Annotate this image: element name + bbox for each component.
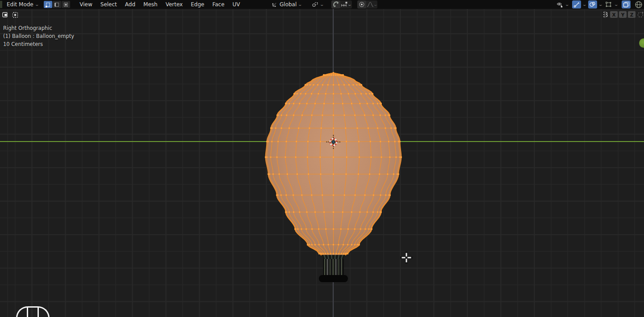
axis-x-button[interactable]: X <box>610 11 618 18</box>
chevron-down-icon: ⌄ <box>298 3 303 7</box>
layered-squares-icon <box>2 12 9 18</box>
snap-settings-dropdown[interactable]: ⌄ <box>340 0 352 8</box>
overlays-settings-dropdown[interactable]: ⌄ <box>598 0 603 8</box>
orientation-label: Global <box>280 1 297 8</box>
solid-shading-icon <box>623 1 630 8</box>
menu-view[interactable]: View <box>75 0 96 8</box>
active-object-label: (1) Balloon : Balloon_empty <box>3 32 74 40</box>
chevron-down-icon: ⌄ <box>614 3 619 7</box>
shading-solid-button[interactable] <box>622 0 631 8</box>
menu-add[interactable]: Add <box>121 0 139 8</box>
proportional-editing-toggle[interactable] <box>357 0 366 8</box>
axis-y-line <box>0 141 644 142</box>
xray-icon <box>605 1 612 8</box>
chevron-down-icon: ⌄ <box>319 3 324 7</box>
view-name-label: Right Orthographic <box>3 24 74 32</box>
corner-icon-group <box>2 12 19 18</box>
gizmo-settings-dropdown[interactable]: ⌄ <box>582 0 587 8</box>
axis-y-button[interactable]: Y <box>619 11 627 18</box>
editor-type-button[interactable] <box>0 1 2 8</box>
mode-label: Edit Mode <box>7 1 33 8</box>
viewport-header: Edit Mode ⌄ View Select Add Mesh Ver <box>0 0 644 9</box>
dashed-square-dot-icon <box>12 12 19 18</box>
viewport-3d[interactable]: Right Orthographic (1) Balloon : Balloon… <box>0 9 644 317</box>
show-gizmo-toggle[interactable] <box>572 0 581 8</box>
menu-face[interactable]: Face <box>208 0 228 8</box>
menu-uv[interactable]: UV <box>229 0 244 8</box>
toggle-xray-button[interactable] <box>604 0 613 8</box>
overlay-toggle-button[interactable] <box>2 12 9 18</box>
object-type-visibility-dropdown[interactable]: ⌄ <box>554 0 572 8</box>
visibility-eye-icon <box>556 1 564 8</box>
menu-mesh[interactable]: Mesh <box>139 0 162 8</box>
snap-points-icon <box>602 11 609 18</box>
snap-magnet-toggle[interactable] <box>331 0 340 8</box>
viewport-info-overlay: Right Orthographic (1) Balloon : Balloon… <box>3 24 74 48</box>
axis-z-line <box>333 9 334 317</box>
chevron-down-icon: ⌄ <box>565 3 569 7</box>
menu-vertex[interactable]: Vertex <box>162 0 187 8</box>
grid-scale-label: 10 Centimeters <box>3 40 74 48</box>
chevron-down-icon: ⌄ <box>598 3 603 7</box>
snap-region-button[interactable] <box>12 12 19 18</box>
mode-dropdown[interactable]: Edit Mode ⌄ <box>4 0 41 8</box>
chevron-down-icon: ⌄ <box>373 3 378 7</box>
proportional-falloff-dropdown[interactable]: ⌄ <box>366 0 378 8</box>
edge-select-icon <box>54 2 60 8</box>
gizmo-icon <box>573 1 580 8</box>
face-select-icon <box>63 2 69 8</box>
axis-constraint-group: X Y Z <box>602 11 644 18</box>
balloon-mesh <box>0 9 644 317</box>
material-preview-globe-icon <box>635 1 643 8</box>
show-overlays-toggle[interactable] <box>588 0 597 8</box>
edge-select-button[interactable] <box>53 1 61 8</box>
orbit-dashed-icon <box>637 11 644 18</box>
chevron-down-icon: ⌄ <box>582 3 587 7</box>
proportional-editing-icon <box>359 1 365 8</box>
transform-orientation-icon <box>272 1 278 8</box>
menu-select[interactable]: Select <box>96 0 121 8</box>
menu-edge[interactable]: Edge <box>187 0 208 8</box>
chevron-down-icon: ⌄ <box>347 3 352 7</box>
shading-material-preview-button[interactable] <box>634 0 643 8</box>
pivot-point-dropdown[interactable]: ⌄ <box>309 0 326 8</box>
overlays-icon <box>589 1 596 8</box>
vertex-select-icon <box>45 2 51 8</box>
shading-dropdown[interactable]: ⌄ <box>614 0 619 8</box>
pivot-point-icon <box>312 1 318 8</box>
screencast-mouse-widget <box>16 306 50 317</box>
nav-gizmo-y-axis-ball[interactable] <box>639 38 644 48</box>
chevron-down-icon: ⌄ <box>34 3 39 7</box>
face-select-button[interactable] <box>62 1 70 8</box>
axis-z-button[interactable]: Z <box>628 11 636 18</box>
snap-magnet-icon <box>333 1 339 8</box>
vertex-select-button[interactable] <box>44 1 52 8</box>
transform-orientation-dropdown[interactable]: Global ⌄ <box>269 0 305 8</box>
select-mode-group <box>44 1 70 8</box>
menu-bar: View Select Add Mesh Vertex Edge Face UV <box>75 0 244 8</box>
